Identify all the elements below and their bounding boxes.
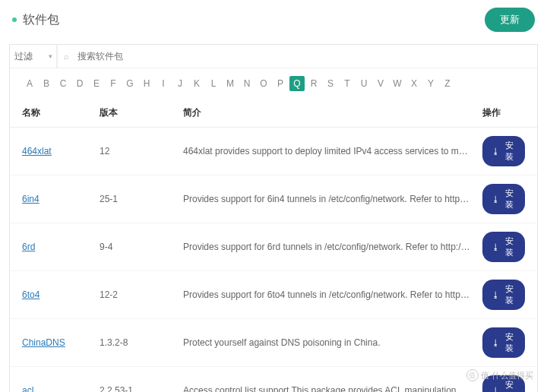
col-name: 名称 [10, 99, 93, 128]
alpha-X[interactable]: X [406, 76, 422, 91]
alpha-D[interactable]: D [72, 76, 87, 91]
alpha-G[interactable]: G [122, 76, 138, 91]
watermark-icon: 值 [466, 369, 479, 381]
update-button[interactable]: 更新 [485, 8, 535, 32]
table-row: 464xlat12464xlat provides support to dep… [10, 128, 537, 175]
download-icon: ⭳ [492, 147, 500, 156]
alpha-H[interactable]: H [139, 76, 154, 91]
alpha-Q[interactable]: Q [289, 76, 305, 91]
package-link[interactable]: 464xlat [22, 146, 52, 156]
package-desc: Access control list support This package… [177, 367, 476, 393]
download-icon: ⭳ [492, 290, 500, 299]
package-desc: Provides support for 6rd tunnels in /etc… [177, 223, 476, 271]
alpha-I[interactable]: I [156, 76, 171, 91]
download-icon: ⭳ [492, 194, 500, 204]
download-icon: ⭳ [492, 242, 500, 251]
alpha-L[interactable]: L [206, 76, 221, 91]
package-version: 9-4 [93, 223, 177, 271]
package-desc: Protect yourself against DNS poisoning i… [177, 319, 476, 367]
package-link[interactable]: acl [22, 385, 33, 392]
install-button[interactable]: ⭳ 安装 [482, 232, 525, 262]
table-row: 6to412-2Provides support for 6to4 tunnel… [10, 271, 537, 319]
package-desc: 464xlat provides support to deploy limit… [177, 128, 476, 175]
alpha-V[interactable]: V [373, 76, 388, 91]
package-version: 2.2.53-1 [93, 367, 177, 393]
alpha-A[interactable]: A [22, 76, 37, 91]
alpha-Y[interactable]: Y [423, 76, 438, 91]
package-link[interactable]: 6to4 [22, 289, 40, 300]
alpha-M[interactable]: M [223, 76, 238, 91]
package-version: 12-2 [93, 271, 177, 319]
alpha-Z[interactable]: Z [440, 76, 455, 91]
alpha-F[interactable]: F [106, 76, 121, 91]
install-button[interactable]: ⭳ 安装 [482, 327, 525, 358]
search-input[interactable] [58, 45, 537, 68]
package-version: 25-1 [93, 175, 177, 223]
install-button[interactable]: ⭳ 安装 [482, 136, 525, 166]
package-link[interactable]: 6in4 [22, 194, 40, 204]
col-desc: 简介 [177, 99, 476, 128]
package-desc: Provides support for 6to4 tunnels in /et… [177, 271, 476, 319]
alpha-J[interactable]: J [172, 76, 188, 91]
search-icon: ⌕ [64, 52, 69, 61]
watermark: 值 值 什么值得买 [466, 369, 533, 381]
filter-select[interactable]: 过滤 [10, 45, 57, 68]
alpha-U[interactable]: U [356, 76, 372, 91]
table-row: 6rd9-4Provides support for 6rd tunnels i… [10, 223, 537, 271]
download-icon: ⭳ [492, 386, 500, 392]
download-icon: ⭳ [492, 338, 500, 347]
alpha-E[interactable]: E [89, 76, 104, 91]
alpha-R[interactable]: R [306, 76, 321, 91]
install-button[interactable]: ⭳ 安装 [482, 280, 525, 310]
package-version: 1.3.2-8 [93, 319, 177, 367]
alpha-W[interactable]: W [390, 76, 405, 91]
alpha-B[interactable]: B [39, 76, 54, 91]
alpha-T[interactable]: T [340, 76, 355, 91]
package-version: 12 [93, 128, 177, 175]
install-button[interactable]: ⭳ 安装 [482, 184, 525, 214]
table-row: acl2.2.53-1Access control list support T… [10, 367, 537, 393]
alpha-P[interactable]: P [273, 76, 288, 91]
alpha-K[interactable]: K [189, 76, 204, 91]
col-version: 版本 [93, 99, 177, 128]
alpha-C[interactable]: C [55, 76, 71, 91]
page-title: 软件包 [23, 12, 59, 28]
status-dot [12, 17, 17, 22]
alpha-O[interactable]: O [256, 76, 271, 91]
alpha-S[interactable]: S [323, 76, 338, 91]
alpha-N[interactable]: N [239, 76, 255, 91]
package-link[interactable]: 6rd [22, 242, 35, 252]
package-link[interactable]: ChinaDNS [22, 337, 65, 348]
table-row: ChinaDNS1.3.2-8Protect yourself against … [10, 319, 537, 367]
table-row: 6in425-1Provides support for 6in4 tunnel… [10, 175, 537, 223]
package-desc: Provides support for 6in4 tunnels in /et… [177, 175, 476, 223]
alphabet-filter: ABCDEFGHIJKLMNOPQRSTUVWXYZ [10, 68, 537, 99]
col-action: 操作 [476, 99, 537, 128]
